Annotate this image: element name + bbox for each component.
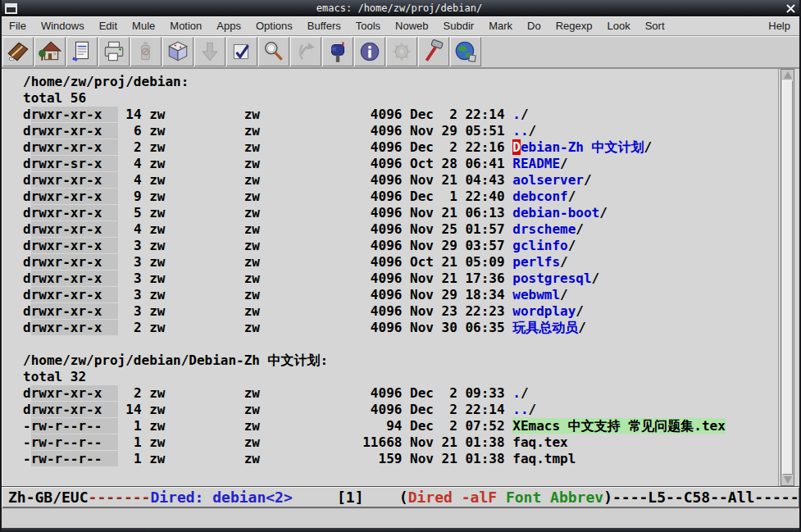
scrollbar-trough[interactable] [781,69,794,486]
close-icon[interactable] [781,0,799,16]
news-button[interactable] [450,37,481,66]
dired-row-text: / [529,402,537,417]
dired-row-text: webwml [512,287,560,302]
menu-item-apps[interactable]: Apps [209,16,248,35]
compile-button[interactable] [386,37,417,66]
dired-total-line: total 56 [23,90,778,107]
dired-row[interactable]: drwxr-xr-x 2 zw zw 4096 Nov 30 06:35 玩具总… [23,320,778,336]
menu-item-look[interactable]: Look [599,16,637,35]
dired-total-line-text: total 56 [23,90,86,106]
undo-button[interactable] [130,37,162,66]
dired-row[interactable]: drwxr-xr-x 9 zw zw 4096 Dec 1 22:40 debc… [23,189,778,205]
dired-row-text: rwxr-xr-x [31,254,118,270]
dired-path-header: /home/zw/proj/debian: [23,74,778,90]
dired-row[interactable]: drwxr-xr-x 3 zw zw 4096 Oct 21 05:09 per… [23,254,778,271]
info-button[interactable] [354,37,385,66]
news-icon [453,39,478,64]
spell-button[interactable] [226,37,257,66]
menu-item-options[interactable]: Options [248,16,300,35]
menu-item-noweb[interactable]: Noweb [388,16,435,35]
dired-row-text: / [560,287,568,302]
menu-item-help[interactable]: Help [759,16,799,35]
save-button[interactable] [66,37,98,66]
toolbar [2,36,799,69]
modeline-segment [497,489,506,506]
dired-row-text: rwxr-xr-x [31,320,118,335]
menu-item-edit[interactable]: Edit [92,16,125,35]
menu-item-sort[interactable]: Sort [638,16,672,35]
dired-row-text: 1 zw zw 11668 Nov 21 01:38 [118,434,513,450]
dired-row-text: rwxr-xr-x [31,385,118,401]
window-menu-icon[interactable] [5,3,17,14]
paste-button[interactable] [194,37,225,66]
dired-row-text: / [568,238,576,253]
dired-row[interactable]: drwxr-xr-x 3 zw zw 4096 Nov 23 22:23 wor… [23,303,778,320]
dired-row[interactable]: drwxr-xr-x 3 zw zw 4096 Nov 29 03:57 gcl… [23,238,778,254]
dired-row-text: XEmacs 中文支持 常见问题集.tex [512,418,726,434]
dired-row-text: 3 zw zw 4096 Nov 21 17:36 [118,271,513,286]
xemacs-frame: emacs: /home/zw/proj/debian/ FileWindows… [0,0,801,532]
dired-row-text: / [644,139,653,155]
window-bottom-edge [2,528,799,532]
cut-button[interactable] [162,37,193,66]
search-button[interactable] [258,37,289,66]
menu-item-tools[interactable]: Tools [348,16,388,35]
scrollbar-up-arrow[interactable] [781,70,794,80]
menu-item-buffers[interactable]: Buffers [300,16,348,35]
replace-button[interactable] [290,37,321,66]
menu-item-file[interactable]: File [2,16,34,35]
dired-button[interactable] [34,37,66,66]
dired-row[interactable]: drwxr-sr-x 4 zw zw 4096 Oct 28 06:41 REA… [23,156,778,172]
dired-buffer[interactable]: /home/zw/proj/debian:total 56drwxr-xr-x … [2,69,778,486]
dired-row-text: / [521,385,529,401]
dired-row[interactable]: drwxr-xr-x 2 zw zw 4096 Dec 2 09:33 ./ [23,385,778,402]
dired-row-text: d [23,402,31,417]
titlebar: emacs: /home/zw/proj/debian/ [2,0,799,16]
modeline-segment: Font Abbrev [506,489,603,506]
menu-item-motion[interactable]: Motion [162,16,209,35]
dired-row-text: / [584,172,592,188]
dired-row[interactable]: drwxr-xr-x 3 zw zw 4096 Nov 29 18:34 web… [23,287,778,303]
scrollbar-down-arrow[interactable] [781,475,794,485]
echo-area[interactable] [2,508,799,528]
dired-row-text: d [23,172,31,188]
debug-button[interactable] [418,37,449,66]
dired-row[interactable]: drwxr-xr-x 4 zw zw 4096 Nov 25 01:57 drs… [23,221,778,238]
dired-row-text: d [23,221,31,237]
open-button[interactable] [2,37,34,66]
dired-row[interactable]: drwxr-xr-x 4 zw zw 4096 Nov 21 04:43 aol… [23,172,778,189]
scrollbar-thumb[interactable] [782,80,793,475]
dired-row[interactable]: -rw-r--r-- 1 zw zw 159 Nov 21 01:38 faq.… [23,451,778,467]
dired-row-text: . [512,107,521,122]
menu-item-subdir[interactable]: Subdir [436,16,482,35]
print-button[interactable] [98,37,130,66]
dired-row[interactable]: -rw-r--r-- 1 zw zw 11668 Nov 21 01:38 fa… [23,434,778,451]
dired-row-text: rwxr-xr-x [31,238,118,253]
menubar: FileWindowsEditMuleMotionAppsOptionsBuff… [2,16,799,36]
dired-row-text: rw-r--r-- [31,451,118,466]
dired-row[interactable]: drwxr-xr-x 3 zw zw 4096 Nov 21 17:36 pos… [23,271,778,287]
modeline-segment: Dired -alF [408,489,497,506]
dired-row[interactable]: drwxr-xr-x 2 zw zw 4096 Dec 2 22:16 Debi… [23,139,778,156]
dired-row[interactable]: -rw-r--r-- 1 zw zw 94 Dec 2 07:52 XEmacs… [23,418,778,434]
menu-item-mark[interactable]: Mark [481,16,520,35]
dired-row-text: rwxr-xr-x [31,123,118,139]
dired-row-text: d [23,385,31,401]
dired-row[interactable]: drwxr-xr-x 6 zw zw 4096 Nov 29 05:51 ../ [23,123,778,139]
menu-item-windows[interactable]: Windows [34,16,92,35]
menu-item-regexp[interactable]: Regexp [548,16,600,35]
dired-row[interactable]: drwxr-xr-x 14 zw zw 4096 Dec 2 22:14 ./ [23,107,778,123]
menu-item-do[interactable]: Do [520,16,548,35]
dired-row-text: / [529,123,537,139]
dired-row[interactable]: drwxr-xr-x 5 zw zw 4096 Nov 21 06:13 deb… [23,205,778,221]
dired-total-line-text: total 32 [23,369,86,384]
scrollbar[interactable] [778,69,799,486]
dired-row[interactable]: drwxr-xr-x 14 zw zw 4096 Dec 2 22:14 ../ [23,402,778,418]
dired-row-text: d [23,303,31,319]
dired-row-text: d [23,156,31,171]
dired-row-text: 3 zw zw 4096 Nov 29 03:57 [118,238,513,253]
menu-item-mule[interactable]: Mule [125,16,162,35]
dired-row-text: drscheme [512,221,576,237]
mail-button[interactable] [322,37,353,66]
modeline: Zh-GB/EUC-------Dired: debian<2> [1] (Di… [2,486,799,508]
